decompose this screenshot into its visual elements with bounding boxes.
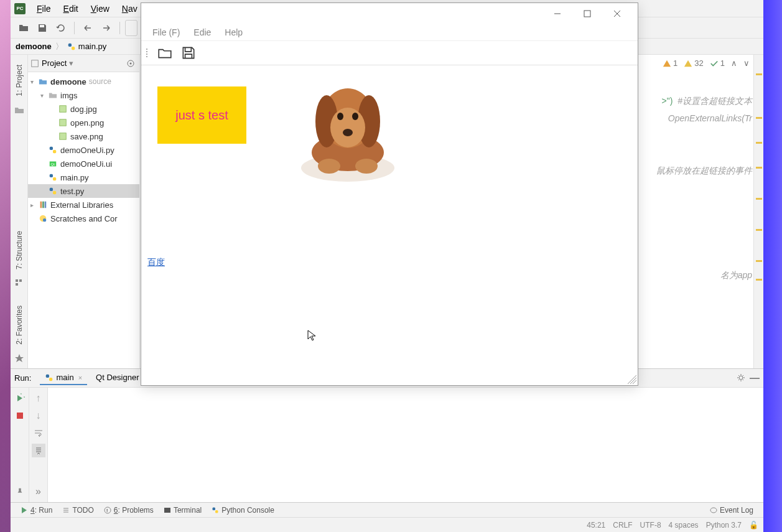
svg-rect-8: [60, 106, 67, 113]
tree-file-save[interactable]: save.png: [28, 129, 139, 143]
chevron-down-icon[interactable]: ▾: [69, 58, 73, 68]
status-indent[interactable]: 4 spaces: [669, 521, 699, 530]
run-tab-main[interactable]: main×: [40, 371, 87, 385]
lock-icon[interactable]: 🔓: [749, 521, 758, 530]
code-visible: >") #设置含超链接文本 OpenExternalLinks(Tr 鼠标停放在…: [656, 92, 752, 284]
minimize-panel-icon[interactable]: —: [750, 373, 760, 384]
tree-file-demoui-py[interactable]: demoOneUi.py: [28, 143, 139, 157]
bottom-tool-bar: 4: Run TODO !6: Problems Terminal Python…: [11, 502, 763, 517]
down-icon[interactable]: ∨: [743, 58, 750, 68]
qt-titlebar[interactable]: [141, 3, 638, 24]
svg-rect-1: [72, 47, 75, 50]
svg-point-45: [337, 113, 343, 120]
tree-external-libs[interactable]: ▸ External Libraries: [28, 198, 139, 212]
gutter-tab-structure[interactable]: 7: Structure: [14, 226, 25, 274]
tree-file-open[interactable]: open.png: [28, 116, 139, 129]
inspection-bar[interactable]: 1 32 1 ∧ ∨: [663, 58, 750, 68]
editor-scrollbar[interactable]: [753, 55, 763, 368]
gear-icon[interactable]: [736, 373, 746, 384]
gutter-tab-favorites[interactable]: 2: Favorites: [14, 301, 25, 350]
yellow-label: just s test: [157, 86, 246, 144]
tree-scratches[interactable]: Scratches and Cor: [28, 212, 139, 225]
svg-rect-5: [32, 60, 39, 67]
scroll-icon[interactable]: [32, 444, 45, 457]
menu-edit[interactable]: Edit: [57, 2, 85, 15]
open-icon[interactable]: [16, 20, 32, 36]
warning-triangle-icon: [684, 59, 692, 68]
svg-rect-4: [16, 283, 18, 286]
warning-triangle-icon: [663, 59, 671, 68]
status-line-ending[interactable]: CRLF: [613, 521, 632, 530]
svg-text:!: !: [106, 508, 108, 513]
status-encoding[interactable]: UTF-8: [640, 521, 661, 530]
bottom-tab-run[interactable]: 4: Run: [16, 506, 57, 515]
breadcrumb-project[interactable]: demoone: [16, 42, 52, 51]
forward-icon[interactable]: [98, 20, 114, 36]
svg-rect-25: [49, 378, 52, 381]
status-position[interactable]: 45:21: [587, 521, 605, 530]
tree-file-test[interactable]: test.py: [28, 184, 139, 198]
more-icon[interactable]: »: [32, 485, 45, 498]
target-icon[interactable]: [124, 57, 137, 70]
baidu-link[interactable]: 百度: [147, 257, 165, 268]
pin-icon[interactable]: [13, 485, 27, 498]
project-icon: [30, 59, 39, 68]
project-panel-title: Project: [42, 58, 67, 68]
svg-rect-18: [53, 191, 56, 194]
down-arrow-icon[interactable]: ↓: [32, 409, 45, 422]
svg-point-40: [355, 159, 378, 174]
svg-point-23: [43, 218, 46, 222]
run-output[interactable]: [48, 388, 763, 502]
toolbar-grip-icon[interactable]: [146, 49, 150, 57]
tree-file-demoui-ui[interactable]: Qt demoOneUi.ui: [28, 157, 139, 170]
resize-grip-icon[interactable]: [628, 375, 636, 384]
open-folder-icon[interactable]: [156, 44, 174, 62]
svg-point-44: [330, 108, 365, 147]
project-panel: Project ▾ ▾ demoone source ▾: [28, 55, 140, 368]
menu-view[interactable]: View: [85, 2, 116, 15]
maximize-button[interactable]: [573, 4, 602, 23]
config-button[interactable]: [125, 20, 137, 36]
tree-file-main[interactable]: main.py: [28, 170, 139, 184]
qt-content-area: just s test: [141, 65, 638, 385]
svg-rect-21: [45, 202, 47, 208]
bottom-tab-problems[interactable]: !6: Problems: [99, 506, 159, 515]
status-python[interactable]: Python 3.7: [706, 521, 742, 530]
run-label: Run:: [14, 373, 31, 383]
bottom-tab-todo[interactable]: TODO: [57, 506, 98, 515]
bottom-tab-eventlog[interactable]: Event Log: [705, 506, 758, 515]
cursor-icon: [307, 330, 316, 341]
qt-toolbar: [141, 40, 638, 65]
structure-icon: [14, 278, 24, 288]
bottom-tab-pyconsole[interactable]: Python Console: [207, 506, 279, 515]
tree-root[interactable]: ▾ demoone source: [28, 75, 139, 88]
close-button[interactable]: [603, 4, 631, 23]
menu-file[interactable]: File: [30, 2, 57, 15]
breadcrumb-file[interactable]: main.py: [67, 42, 107, 51]
qt-menu-file[interactable]: File (F): [146, 26, 186, 39]
wrap-icon[interactable]: [32, 426, 45, 440]
gutter-tab-project[interactable]: 1: Project: [14, 60, 25, 101]
menu-navigate[interactable]: Nav: [116, 2, 144, 15]
refresh-icon[interactable]: [53, 20, 69, 36]
bottom-tab-terminal[interactable]: Terminal: [159, 506, 207, 515]
close-icon[interactable]: ×: [78, 374, 82, 381]
svg-rect-20: [42, 202, 44, 208]
svg-rect-33: [213, 507, 216, 510]
up-arrow-icon[interactable]: ↑: [32, 391, 45, 405]
back-icon[interactable]: [80, 20, 96, 36]
qt-menu-edit[interactable]: Edie: [187, 26, 217, 39]
save-file-icon[interactable]: [180, 44, 197, 62]
stop-icon[interactable]: [13, 409, 27, 422]
qt-menubar: File (F) Edie Help: [141, 24, 638, 40]
qt-menu-help[interactable]: Help: [218, 26, 249, 39]
svg-rect-17: [50, 188, 53, 191]
tree-folder-imgs[interactable]: ▾ imgs: [28, 88, 139, 102]
minimize-button[interactable]: [543, 4, 572, 23]
tree-file-dog[interactable]: dog.jpg: [28, 102, 139, 116]
save-icon[interactable]: [34, 20, 50, 36]
check-icon: [710, 59, 719, 68]
svg-rect-34: [215, 510, 218, 513]
up-icon[interactable]: ∧: [731, 58, 737, 68]
rerun-icon[interactable]: [13, 391, 27, 405]
